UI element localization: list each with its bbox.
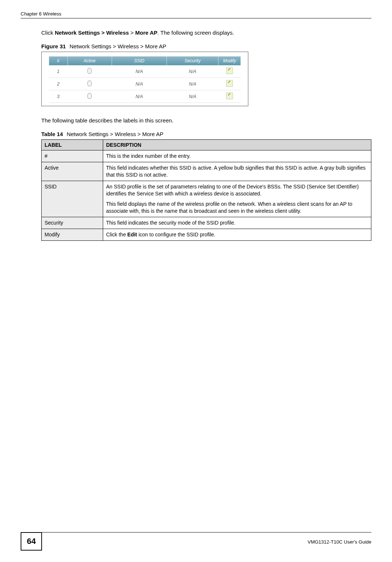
row-modify	[218, 78, 241, 90]
col-modify: Modify	[218, 56, 241, 65]
label-description-table: LABEL DESCRIPTION # This is the index nu…	[41, 139, 371, 241]
intro-paragraph: Click Network Settings > Wireless > More…	[41, 29, 371, 37]
page-footer: 64 VMG1312-T10C User's Guide	[0, 532, 392, 551]
desc-cell: This is the index number of the entry.	[103, 150, 371, 162]
bulb-icon	[87, 68, 92, 74]
table-row: Security This field indicates the securi…	[42, 217, 371, 229]
table-row: Active This field indicates whether this…	[42, 162, 371, 181]
more-ap-table: # Active SSID Security Modify 1 N/A N/A	[49, 56, 241, 103]
table-number: Table 14	[41, 131, 63, 137]
desc-bold: Edit	[127, 232, 137, 237]
label-cell: Security	[42, 217, 103, 229]
figure-title: Network Settings > Wireless > More AP	[70, 43, 167, 49]
figure-screenshot: # Active SSID Security Modify 1 N/A N/A	[41, 52, 248, 106]
header-description: DESCRIPTION	[103, 140, 371, 150]
row-security: N/A	[167, 65, 218, 78]
desc-cell: This field indicates the security mode o…	[103, 217, 371, 229]
desc-cell: This field indicates whether this SSID i…	[103, 162, 371, 181]
label-cell: #	[42, 150, 103, 162]
table-title: Network Settings > Wireless > More AP	[67, 131, 164, 137]
page-number: 64	[21, 532, 42, 551]
row-security: N/A	[167, 78, 218, 90]
table-row: 1 N/A N/A	[49, 65, 241, 78]
edit-icon[interactable]	[226, 67, 233, 74]
bulb-icon	[87, 80, 92, 86]
intro-mid: >	[129, 30, 135, 36]
row-modify	[218, 65, 241, 78]
desc-para-1: An SSID profile is the set of parameters…	[106, 183, 368, 197]
row-ssid: N/A	[112, 65, 167, 78]
header-label: LABEL	[42, 140, 103, 150]
figure-number: Figure 31	[41, 43, 66, 49]
bulb-icon	[87, 93, 92, 99]
row-index: 1	[49, 65, 67, 78]
intro-path-2: More AP	[135, 30, 157, 36]
col-ssid: SSID	[112, 56, 167, 65]
row-active	[67, 78, 112, 90]
table-row: # This is the index number of the entry.	[42, 150, 371, 162]
desc-para-2: This field displays the name of the wire…	[106, 201, 368, 215]
table-row: 3 N/A N/A	[49, 90, 241, 103]
desc-pre: Click the	[106, 232, 127, 237]
row-index: 2	[49, 78, 67, 90]
table-intro: The following table describes the labels…	[41, 117, 371, 124]
intro-pre: Click	[41, 30, 55, 36]
row-modify	[218, 90, 241, 103]
row-security: N/A	[167, 90, 218, 103]
row-ssid: N/A	[112, 90, 167, 103]
table-row: Modify Click the Edit icon to configure …	[42, 229, 371, 241]
col-active: Active	[67, 56, 112, 65]
desc-post: icon to configure the SSID profile.	[137, 232, 215, 237]
desc-cell: An SSID profile is the set of parameters…	[103, 181, 371, 217]
row-ssid: N/A	[112, 78, 167, 90]
table-caption: Table 14Network Settings > Wireless > Mo…	[41, 131, 371, 137]
intro-post: . The following screen displays.	[157, 30, 234, 36]
edit-icon[interactable]	[226, 93, 233, 99]
col-index: #	[49, 56, 67, 65]
col-security: Security	[167, 56, 218, 65]
intro-path-1: Network Settings > Wireless	[55, 30, 129, 36]
row-index: 3	[49, 90, 67, 103]
table-row: 2 N/A N/A	[49, 78, 241, 90]
row-active	[67, 90, 112, 103]
edit-icon[interactable]	[226, 80, 233, 87]
label-cell: Modify	[42, 229, 103, 241]
figure-caption: Figure 31Network Settings > Wireless > M…	[41, 43, 371, 49]
row-active	[67, 65, 112, 78]
running-header: Chapter 6 Wireless	[21, 11, 371, 18]
table-row: SSID An SSID profile is the set of param…	[42, 181, 371, 217]
guide-title: VMG1312-T10C User's Guide	[308, 539, 371, 545]
label-cell: SSID	[42, 181, 103, 217]
label-cell: Active	[42, 162, 103, 181]
desc-cell: Click the Edit icon to configure the SSI…	[103, 229, 371, 241]
